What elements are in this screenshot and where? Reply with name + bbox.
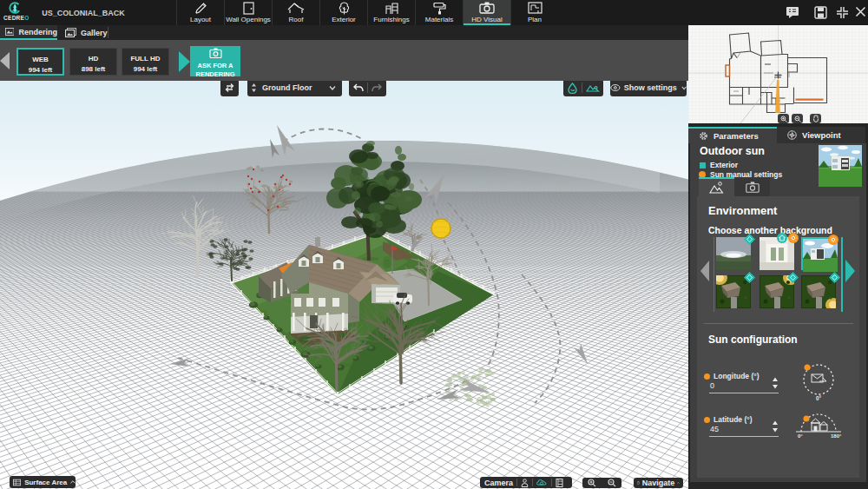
svg-text:0°: 0° [798,433,803,439]
svg-text:180°: 180° [831,433,842,439]
svg-text:0°: 0° [816,395,822,401]
